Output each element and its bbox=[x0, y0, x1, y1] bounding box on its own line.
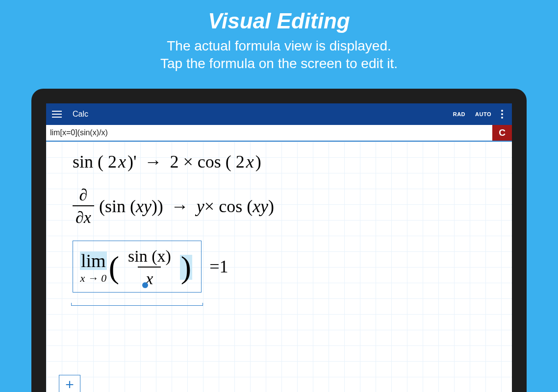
formula-input[interactable]: lim[x=0](sin(x)/x) bbox=[46, 125, 492, 141]
eq2-right: y bbox=[197, 196, 204, 217]
promo-subtitle: The actual formula view is displayed. Ta… bbox=[0, 37, 558, 73]
angle-mode-button[interactable]: RAD bbox=[453, 111, 465, 117]
workspace[interactable]: sin ( 2 x )' → 2 × cos ( 2 x ) ∂ ∂x (sin… bbox=[46, 142, 512, 392]
equation-row-2[interactable]: ∂ ∂x (sin ( xy )) → y × cos ( xy ) bbox=[58, 186, 500, 227]
eq1-left-var: x bbox=[118, 151, 126, 172]
partial-derivative: ∂ ∂x bbox=[73, 186, 94, 227]
cursor-handle-icon[interactable] bbox=[142, 282, 148, 288]
eq2-body-end: )) bbox=[152, 196, 163, 217]
eq2-right-op: × cos ( bbox=[204, 196, 253, 217]
eq1-left: sin ( 2 bbox=[73, 151, 117, 172]
eq1-left-end: )' bbox=[127, 151, 136, 172]
paren-close: ) bbox=[180, 255, 192, 280]
app-bar: Calc RAD AUTO bbox=[46, 103, 512, 125]
eq2-right-end: ) bbox=[268, 196, 274, 217]
fraction: sin (x) x bbox=[124, 248, 175, 287]
eq2-body-var: xy bbox=[136, 196, 152, 217]
menu-icon[interactable] bbox=[50, 107, 64, 121]
equation-row-3[interactable]: lim x → 0 ( sin (x) x ) = 1 bbox=[58, 241, 500, 293]
promo-title: Visual Editing bbox=[0, 9, 558, 33]
auto-mode-button[interactable]: AUTO bbox=[475, 111, 491, 117]
more-icon[interactable] bbox=[496, 108, 508, 121]
clear-button[interactable]: C bbox=[492, 125, 512, 141]
add-equation-button[interactable]: + bbox=[59, 375, 80, 392]
eq3-equals: = bbox=[209, 256, 219, 277]
tablet-frame: Calc RAD AUTO lim[x=0](sin(x)/x) C sin (… bbox=[31, 89, 527, 392]
equation-row-1[interactable]: sin ( 2 x )' → 2 × cos ( 2 x ) bbox=[58, 151, 500, 172]
eq2-right-var: xy bbox=[253, 196, 268, 217]
limit-operator: lim x → 0 bbox=[80, 251, 107, 284]
eq3-result: 1 bbox=[219, 256, 228, 277]
eq1-right: 2 × cos ( 2 bbox=[170, 151, 244, 172]
app-screen: Calc RAD AUTO lim[x=0](sin(x)/x) C sin (… bbox=[46, 103, 512, 392]
paren-open: ( bbox=[109, 255, 119, 280]
selected-formula[interactable]: lim x → 0 ( sin (x) x ) bbox=[73, 241, 202, 293]
eq1-right-var: x bbox=[246, 151, 254, 172]
arrow-icon: → bbox=[171, 196, 189, 217]
app-title: Calc bbox=[73, 110, 88, 119]
eq2-body: (sin ( bbox=[99, 196, 136, 217]
eq1-right-end: ) bbox=[255, 151, 261, 172]
arrow-icon: → bbox=[144, 151, 162, 172]
formula-input-row: lim[x=0](sin(x)/x) C bbox=[46, 125, 512, 142]
